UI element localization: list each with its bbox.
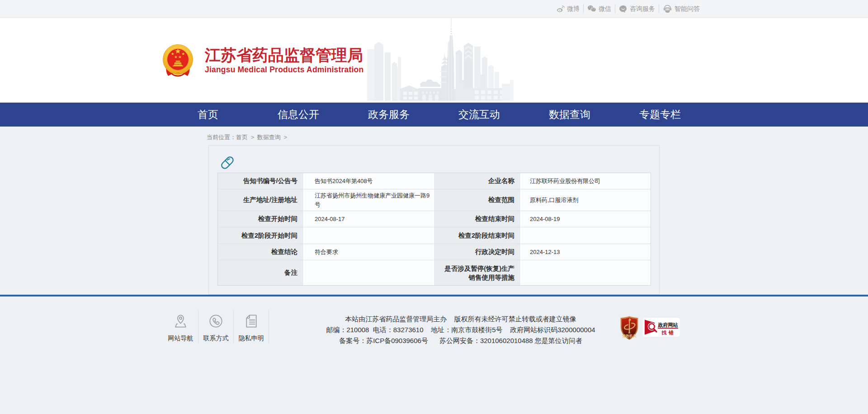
svg-text:找错: 找错	[661, 330, 676, 335]
svg-text:党政机关: 党政机关	[622, 334, 637, 338]
svg-text:政府网站: 政府网站	[658, 322, 678, 328]
